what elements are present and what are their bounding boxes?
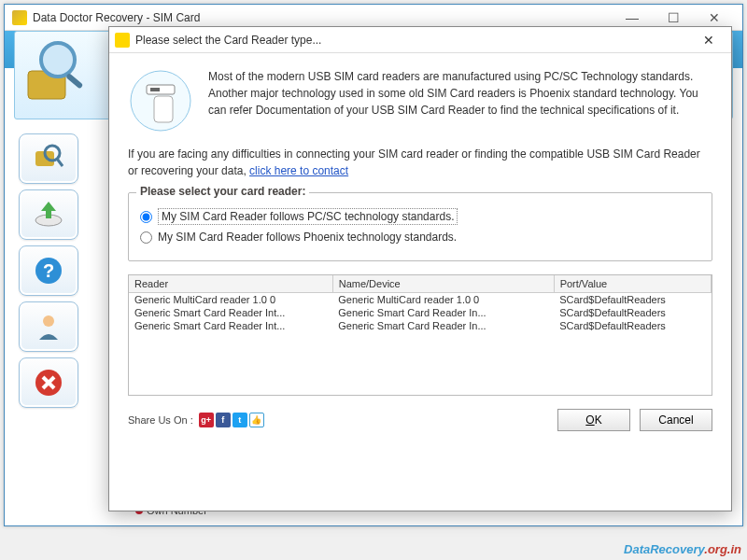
svg-rect-16 <box>154 96 173 122</box>
svg-text:?: ? <box>43 260 54 281</box>
sidebar-help-button[interactable]: ? <box>19 245 78 296</box>
dialog-close-button[interactable]: ✕ <box>692 30 726 50</box>
window-title: Data Doctor Recovery - SIM Card <box>33 11 612 24</box>
svg-point-1 <box>41 43 75 77</box>
th-port[interactable]: Port/Value <box>554 275 711 293</box>
radio-pcsc-label: My SIM Card Reader follows PC/SC technol… <box>158 208 458 225</box>
th-name[interactable]: Name/Device <box>332 275 554 293</box>
dialog-footer: Share Us On : g+ f t 👍 OK Cancel <box>128 409 712 431</box>
share-twitter-icon[interactable]: t <box>233 413 247 427</box>
sidebar-search-button[interactable] <box>19 133 78 184</box>
watermark: DataRecovery.org.in <box>624 542 741 556</box>
fieldset-legend: Please select your card reader: <box>136 185 309 198</box>
table-row[interactable]: Generic MultiCard reader 1.0 0Generic Mu… <box>129 293 712 307</box>
info-text: Most of the modern USB SIM card readers … <box>208 68 712 136</box>
app-icon <box>12 10 27 25</box>
dialog-icon <box>115 33 130 48</box>
table-row[interactable]: Generic Smart Card Reader Int...Generic … <box>129 319 712 332</box>
sidebar-recover-button[interactable] <box>19 189 78 240</box>
usb-reader-icon <box>128 68 193 136</box>
dialog-titlebar: Please select the Card Reader type... ✕ <box>109 27 731 53</box>
difficulty-text: If you are facing any difficulties in co… <box>128 146 712 179</box>
cancel-button[interactable]: Cancel <box>640 409 712 431</box>
card-reader-fieldset: Please select your card reader: My SIM C… <box>128 192 712 261</box>
ok-button[interactable]: OK <box>557 409 630 431</box>
search-sim-icon <box>32 142 65 175</box>
table-row[interactable]: Generic Smart Card Reader Int...Generic … <box>129 306 712 319</box>
close-button[interactable]: ✕ <box>694 7 735 28</box>
contact-link[interactable]: click here to contact <box>249 164 348 177</box>
radio-pcsc[interactable]: My SIM Card Reader follows PC/SC technol… <box>140 208 700 225</box>
share-like-icon[interactable]: 👍 <box>249 413 264 427</box>
svg-line-5 <box>57 159 63 166</box>
sidebar: ? <box>19 133 84 408</box>
minimize-button[interactable]: — <box>612 7 653 28</box>
reader-table[interactable]: Reader Name/Device Port/Value Generic Mu… <box>128 274 712 396</box>
card-reader-dialog: Please select the Card Reader type... ✕ … <box>108 26 732 511</box>
dialog-body: Most of the modern USB SIM card readers … <box>109 53 731 442</box>
svg-point-9 <box>43 315 54 327</box>
radio-phoenix[interactable]: My SIM Card Reader follows Phoenix techn… <box>140 231 700 244</box>
svg-rect-2 <box>65 73 83 89</box>
share-facebook-icon[interactable]: f <box>216 413 231 427</box>
magnify-sim-icon <box>19 34 93 108</box>
th-reader[interactable]: Reader <box>129 275 332 293</box>
radio-phoenix-input[interactable] <box>140 231 152 244</box>
user-icon <box>32 310 65 343</box>
radio-pcsc-input[interactable] <box>140 211 152 223</box>
sidebar-user-button[interactable] <box>19 301 78 352</box>
sidebar-cancel-button[interactable] <box>19 357 78 408</box>
drive-arrow-icon <box>32 198 65 231</box>
radio-phoenix-label: My SIM Card Reader follows Phoenix techn… <box>158 231 457 244</box>
svg-rect-15 <box>150 88 160 91</box>
share-label: Share Us On : <box>128 414 193 426</box>
share-gplus-icon[interactable]: g+ <box>199 413 214 427</box>
help-icon: ? <box>32 254 65 287</box>
dialog-title: Please select the Card Reader type... <box>135 34 692 47</box>
cancel-icon <box>32 366 65 399</box>
maximize-button[interactable]: ☐ <box>653 7 694 28</box>
